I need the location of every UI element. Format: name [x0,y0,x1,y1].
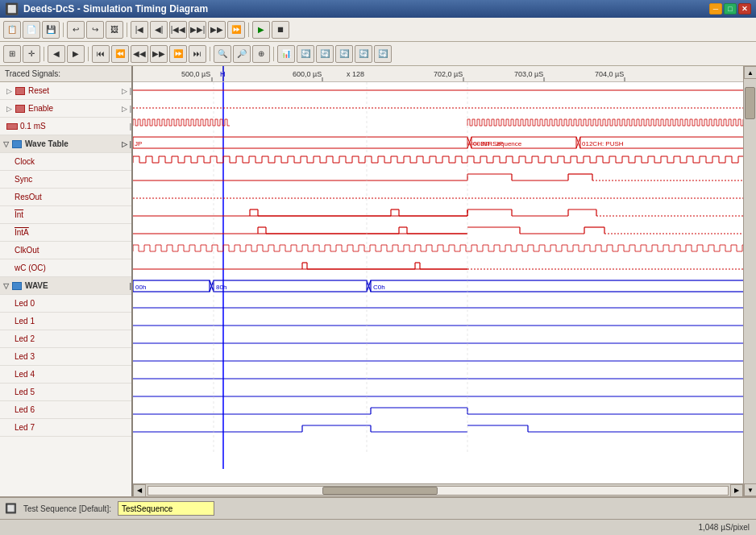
close-button[interactable]: ✕ [738,3,751,15]
minimize-button[interactable]: ─ [709,3,722,15]
signal-row-sync: Sync [0,171,131,189]
wave-icon [11,282,23,290]
sim-btn3[interactable]: |◀◀ [169,21,187,39]
svg-text:704,0 µS: 704,0 µS [595,70,624,78]
ms-icon [6,122,18,131]
sim-btn5[interactable]: ▶▶ [208,21,226,39]
svg-text:500,0 µS: 500,0 µS [181,70,210,78]
zoom-fit-button2[interactable]: ⊕ [252,45,270,63]
save-button[interactable]: 💾 [42,21,60,39]
signal-row-enable: ▷ Enable ▷ | [0,100,131,118]
vscroll-track[interactable] [744,79,756,483]
test-sequence-label: Test Sequence [Default]: [23,504,111,513]
signal-names-panel: Traced Signals: ▷ Reset ▷ | ▷ Enable ▷ |… [0,66,133,496]
step-fwd[interactable]: ⏩ [169,45,187,63]
signal-row-wave: ▽ WAVE | [0,277,131,295]
zoom-in-button[interactable]: 🔍 [214,45,231,63]
vertical-scrollbar[interactable]: ▲ ▼ [743,66,756,496]
step-back-many[interactable]: ⏮ [92,45,110,63]
enable-label: Enable [28,104,53,113]
svg-rect-94 [214,280,367,292]
wave-expand: ▽ [3,282,9,290]
enable-icon [15,105,26,113]
view-btn2[interactable]: 🔄 [297,45,314,63]
sim-btn1[interactable]: |◀ [131,21,148,39]
zoom-fit-button[interactable]: ⊞ [3,45,21,63]
reset-expand: ▷ [6,87,12,95]
resout-label: ResOut [15,193,42,201]
signal-row-resout: ResOut [0,189,131,206]
step-fwd-many[interactable]: ⏭ [189,45,206,63]
time-ruler-svg: H x 128 500,0 µS 600,0 µS 702,0 µS 703,0… [133,66,743,82]
sim-btn2[interactable]: ◀| [150,21,168,39]
zoom-out-button[interactable]: 🔎 [233,45,251,63]
new-button[interactable]: 📋 [3,21,21,39]
view-btn5[interactable]: 🔄 [355,45,372,63]
signal-row-wc: wC (OC) [0,259,131,277]
signal-row-led0: Led 0 [0,295,131,313]
view-btn1[interactable]: 📊 [277,45,295,63]
redo-button[interactable]: ↪ [86,21,104,39]
signal-row-led3: Led 3 [0,348,131,366]
view-btn4[interactable]: 🔄 [335,45,353,63]
horizontal-scrollbar[interactable]: ◀ ▶ [133,483,743,496]
vscroll-thumb[interactable] [745,87,755,119]
app-title: Deeds-DcS - Simulation Timing Diagram [23,3,709,15]
step-back-small[interactable]: ◀◀ [131,45,148,63]
run-button[interactable]: ▶ [252,21,270,39]
signal-row-led7: Led 7 [0,419,131,437]
view-btn3[interactable]: 🔄 [316,45,334,63]
scroll-down-arrow[interactable]: ▼ [744,483,756,496]
toolbar-sep2 [127,23,127,37]
signal-row-reset: ▷ Reset ▷ | [0,82,131,100]
step-fwd-small[interactable]: ▶▶ [150,45,168,63]
toolbar-row1: 📋 📄 💾 ↩ ↪ 🖼 |◀ ◀| |◀◀ ▶▶| ▶▶ ⏩ ▶ ⏹ [0,18,756,42]
svg-rect-19 [133,137,467,148]
signal-row-led1: Led 1 [0,313,131,330]
hscroll-track[interactable] [147,486,729,496]
wavetable-expand: ▽ [3,140,9,148]
reset-label: Reset [28,86,49,95]
sim-btn4[interactable]: ▶▶| [189,21,206,39]
test-sequence-input[interactable] [118,501,214,516]
toolbar-sep5 [88,47,89,61]
sim-btn6[interactable]: ⏩ [227,21,245,39]
led4-label: Led 4 [15,370,35,379]
open-button[interactable]: 📄 [23,21,40,39]
wavetable-label: Wave Table [25,139,69,148]
hscroll-thumb[interactable] [322,487,438,495]
signal-row-clock: Clock [0,153,131,171]
clock-label: Clock [15,157,35,166]
signal-row-led2: Led 2 [0,330,131,348]
cursor-button[interactable]: ✛ [23,45,40,63]
svg-text:012CH: PUSH: 012CH: PUSH [582,140,624,147]
led5-label: Led 5 [15,388,35,396]
scroll-left-btn[interactable]: ◀ [48,45,65,63]
scroll-left-arrow[interactable]: ◀ [133,484,146,497]
title-bar: 🔲 Deeds-DcS - Simulation Timing Diagram … [0,0,756,18]
led6-label: Led 6 [15,405,35,414]
print-button[interactable]: 🖼 [106,21,123,39]
test-sequence-bar: 🔲 Test Sequence [Default]: [0,496,756,519]
waveform-display[interactable]: JP ==> INT Sequence 0038H: JP 012CH: PUS… [133,82,743,483]
scroll-right-btn[interactable]: ▶ [67,45,85,63]
svg-rect-98 [371,280,743,292]
traced-signals-header: Traced Signals: [0,66,131,82]
svg-text:80h: 80h [216,284,226,291]
scroll-right-arrow[interactable]: ▶ [730,484,743,497]
view-btn6[interactable]: 🔄 [374,45,392,63]
main-area: Traced Signals: ▷ Reset ▷ | ▷ Enable ▷ |… [0,66,756,496]
sync-label: Sync [15,175,32,184]
scroll-up-arrow[interactable]: ▲ [744,66,756,79]
svg-text:JP: JP [135,140,142,147]
inta-label: IntA [15,228,29,237]
wave-label: WAVE [25,281,48,290]
stop-button[interactable]: ⏹ [272,21,289,39]
signal-row-led4: Led 4 [0,366,131,384]
signal-row-int: Int [0,206,131,224]
step-back[interactable]: ⏪ [111,45,129,63]
undo-button[interactable]: ↩ [67,21,85,39]
svg-text:0038H: JP: 0038H: JP [473,140,503,147]
maximize-button[interactable]: □ [724,3,737,15]
waveform-svg: JP ==> INT Sequence 0038H: JP 012CH: PUS… [133,82,743,483]
